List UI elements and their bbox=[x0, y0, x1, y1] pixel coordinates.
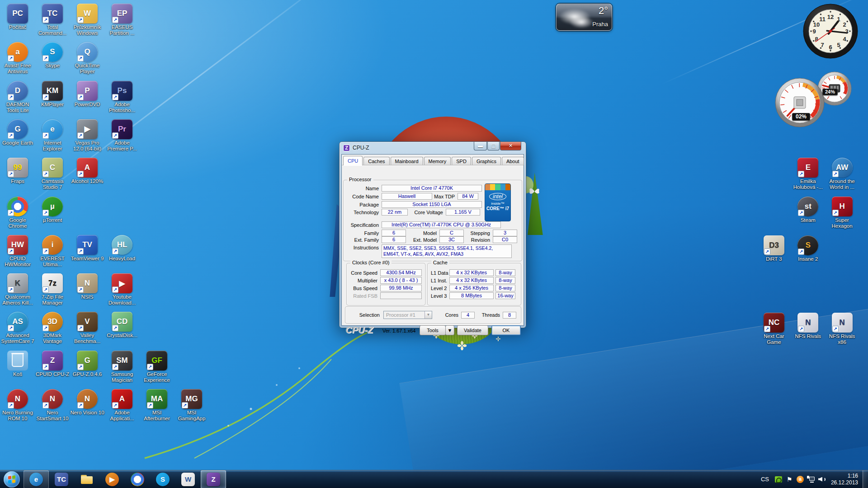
desktop-icon-gpu-z-0-4-6[interactable]: G↗GPU-Z.0.4.6 bbox=[70, 351, 104, 377]
desktop-icon-around-the-world-in[interactable]: AW↗Around the World in ... bbox=[825, 158, 859, 190]
validate-button[interactable]: Validate bbox=[457, 325, 488, 335]
shortcut-arrow-icon: ↗ bbox=[42, 210, 49, 216]
weather-gadget[interactable]: 2° Praha bbox=[556, 4, 612, 31]
desktop-icon-nsis[interactable]: N↗NSIS bbox=[70, 273, 104, 300]
desktop-icon-internet-explorer[interactable]: e↗Internet Explorer bbox=[35, 119, 70, 152]
desktop-icon-crystaldisk[interactable]: CD↗CrystalDisk... bbox=[105, 312, 139, 338]
desktop-icon-valley-benchma[interactable]: V↗Valley Benchma... bbox=[70, 312, 104, 344]
desktop-icon-super-hexagon[interactable]: H↗Super Hexagon bbox=[825, 197, 859, 229]
tab-about[interactable]: About bbox=[502, 157, 524, 165]
close-button[interactable]: ✕ bbox=[500, 142, 521, 150]
desktop-icon-nfs-rivals-x86[interactable]: N↗NFS Rivals x86 bbox=[825, 313, 859, 345]
clock-gadget[interactable]: 12123 4567 891011 bbox=[802, 3, 860, 61]
language-indicator[interactable]: CS bbox=[757, 476, 773, 483]
desktop-icon-emilka-holubov[interactable]: E↗Emilka Holubová -... bbox=[791, 158, 825, 190]
network-tray-icon[interactable] bbox=[807, 470, 816, 488]
taskbar-button-microsoft-word[interactable]: W bbox=[175, 470, 201, 488]
desktop-icon-nero-startsmart-10[interactable]: N↗Nero StartSmart 10 bbox=[35, 389, 70, 422]
desktop-icon-alcohol-120[interactable]: A↗Alcohol 120% bbox=[70, 158, 104, 184]
title-bar[interactable]: Z CPU-Z ▬ ▢ ✕ bbox=[340, 142, 526, 154]
app-icon: KM↗ bbox=[42, 81, 63, 101]
cpu-meter-gadget[interactable]: 02% 24% bbox=[771, 67, 857, 130]
taskbar-button-google-chrome[interactable] bbox=[125, 470, 150, 488]
taskbar-button-pr-zkumn-k-windows[interactable] bbox=[74, 470, 99, 488]
desktop-icon-torrent[interactable]: µ↗µTorrent bbox=[35, 197, 70, 223]
desktop-icon-cpuid-cpu-z[interactable]: Z↗CPUID CPU-Z bbox=[35, 351, 70, 377]
app-icon: E↗ bbox=[797, 158, 818, 178]
desktop-icon-google-chrome[interactable]: ↗Google Chrome bbox=[0, 197, 35, 229]
nvidia-tray-icon[interactable] bbox=[774, 470, 783, 488]
shortcut-arrow-icon: ↗ bbox=[112, 402, 118, 408]
tab-mainboard[interactable]: Mainboard bbox=[391, 157, 423, 165]
tab-memory[interactable]: Memory bbox=[424, 157, 451, 165]
desktop-icon-pr-zkumn-k-windows[interactable]: W↗Průzkumník Windows bbox=[70, 4, 104, 36]
desktop-icon-easeus-partition[interactable]: EP↗EASEUS Partition ... bbox=[105, 4, 139, 36]
tray-clock[interactable]: 1:16 26.12.2013 bbox=[827, 473, 863, 486]
system-tray: CS ⚑ a 1:16 26.12.2013 bbox=[757, 470, 868, 488]
desktop-icon-kmplayer[interactable]: KM↗KMPlayer bbox=[35, 81, 70, 108]
desktop-icon-skype[interactable]: S↗Skype bbox=[35, 42, 70, 69]
desktop-icon-quicktime-player[interactable]: Q↗QuickTime Player bbox=[70, 42, 104, 75]
taskbar-button-total-commander[interactable]: TC bbox=[49, 470, 74, 488]
desktop-icon-google-earth[interactable]: G↗Google Earth bbox=[0, 119, 35, 146]
desktop-icon-nero-vision-10[interactable]: N↗Nero Vision 10 bbox=[70, 389, 104, 416]
tab-cpu[interactable]: CPU bbox=[343, 156, 363, 165]
icon-label: MSI GamingApp bbox=[175, 410, 209, 422]
desktop-icon-dirt-3[interactable]: D3↗DiRT 3 bbox=[757, 235, 791, 262]
tools-button[interactable]: Tools bbox=[420, 325, 446, 335]
desktop-icon-msi-gamingapp[interactable]: MG↗MSI GamingApp bbox=[175, 389, 209, 422]
volume-tray-icon[interactable] bbox=[817, 470, 826, 488]
desktop-icon-powerdvd[interactable]: P↗PowerDVD bbox=[70, 81, 104, 108]
desktop-icon-adobe-premiere-p[interactable]: Pr↗Adobe Premiere P... bbox=[105, 119, 139, 152]
processor-select[interactable]: Processor #1 ▼ bbox=[383, 311, 432, 319]
desktop-icon-teamviewer-9[interactable]: TV↗TeamViewer 9 bbox=[70, 235, 104, 262]
desktop-icon-cpuid-hwmonitor[interactable]: HW↗CPUID HWMonitor bbox=[0, 235, 35, 267]
avast-tray-icon[interactable]: a bbox=[796, 470, 805, 488]
app-icon: A↗ bbox=[112, 389, 132, 409]
desktop-icon-geforce-experience[interactable]: GF↗GeForce Experience bbox=[140, 351, 174, 383]
groupbox-label: Clocks (Core #0) bbox=[350, 260, 392, 265]
action-center-flag-icon[interactable]: ⚑ bbox=[785, 470, 794, 488]
shortcut-arrow-icon: ↗ bbox=[112, 325, 118, 331]
desktop-icon-vegas-pro-12-0-64-bit[interactable]: ▶↗Vegas Pro 12.0 (64-bit) bbox=[70, 119, 104, 152]
desktop-icon-7-zip-file-manager[interactable]: 7z↗7-Zip File Manager bbox=[35, 273, 70, 306]
desktop-icon-total-command[interactable]: TC↗Total Command... bbox=[35, 4, 70, 36]
minimize-button[interactable]: ▬ bbox=[474, 142, 487, 150]
desktop-icon-fraps[interactable]: 99↗Fraps bbox=[0, 158, 35, 184]
tab-spd[interactable]: SPD bbox=[452, 157, 471, 165]
start-button[interactable] bbox=[0, 470, 24, 488]
desktop-icon-camtasia-studio-7[interactable]: C↗Camtasia Studio 7 bbox=[35, 158, 70, 190]
desktop-icon-daemon-tools-lite[interactable]: D↗DAEMON Tools Lite bbox=[0, 81, 35, 113]
desktop-icon-adobe-photosho[interactable]: Ps↗Adobe Photosho... bbox=[105, 81, 139, 113]
show-desktop-button[interactable] bbox=[863, 470, 868, 488]
desktop-icon-advanced-systemcare-7[interactable]: AS↗Advanced SystemCare 7 bbox=[0, 312, 35, 344]
desktop-icon-po-ta[interactable]: PCPočítač bbox=[0, 4, 35, 30]
app-icon: C↗ bbox=[42, 158, 63, 178]
desktop-icon-3dmark-vantage[interactable]: 3D↗3DMark Vantage bbox=[35, 312, 70, 344]
desktop-icon-next-car-game[interactable]: NC↗Next Car Game bbox=[757, 313, 791, 345]
icon-glyph: TV bbox=[82, 240, 92, 249]
ok-button[interactable]: OK bbox=[491, 325, 521, 335]
desktop-icon-ko[interactable]: Koš bbox=[0, 351, 35, 377]
shortcut-arrow-icon: ↗ bbox=[112, 248, 118, 254]
taskbar-button-windows-media-player[interactable]: ▶ bbox=[99, 470, 125, 488]
tab-caches[interactable]: Caches bbox=[363, 157, 389, 165]
desktop-icon-youtube-download[interactable]: ▶↗Youtube Download... bbox=[105, 273, 139, 306]
desktop-icon-nero-burning-rom-10[interactable]: N↗Nero Burning ROM 10 bbox=[0, 389, 35, 422]
desktop-icon-insane-2[interactable]: S↗Insane 2 bbox=[791, 235, 825, 262]
taskbar-button-internet-explorer[interactable]: e bbox=[24, 470, 49, 488]
desktop-icon-avast-free-antivirus[interactable]: a↗Avast! Free Antivirus bbox=[0, 42, 35, 75]
desktop-icon-heavyload[interactable]: HL↗HeavyLoad bbox=[105, 235, 139, 262]
desktop-icon-qualcomm-atheros-kill[interactable]: K↗Qualcomm Atheros Kill... bbox=[0, 273, 35, 306]
desktop-icon-adobe-applicati[interactable]: A↗Adobe Applicati... bbox=[105, 389, 139, 422]
desktop-icon-msi-afterburner[interactable]: MA↗MSI Afterburner bbox=[140, 389, 174, 422]
maximize-button[interactable]: ▢ bbox=[487, 142, 500, 150]
taskbar-button-cpu-z[interactable]: Z bbox=[201, 470, 226, 488]
desktop-icon-everest-ultima[interactable]: i↗EVEREST Ultima... bbox=[35, 235, 70, 267]
desktop-icon-nfs-rivals[interactable]: N↗NFS Rivals bbox=[791, 313, 825, 339]
tools-dropdown-button[interactable]: ▼ bbox=[445, 325, 454, 335]
desktop-icon-samsung-magician[interactable]: SM↗Samsung Magician bbox=[105, 351, 139, 383]
taskbar-button-skype[interactable]: S bbox=[150, 470, 175, 488]
tab-graphics[interactable]: Graphics bbox=[472, 157, 501, 165]
desktop-icon-steam[interactable]: st↗Steam bbox=[791, 197, 825, 223]
